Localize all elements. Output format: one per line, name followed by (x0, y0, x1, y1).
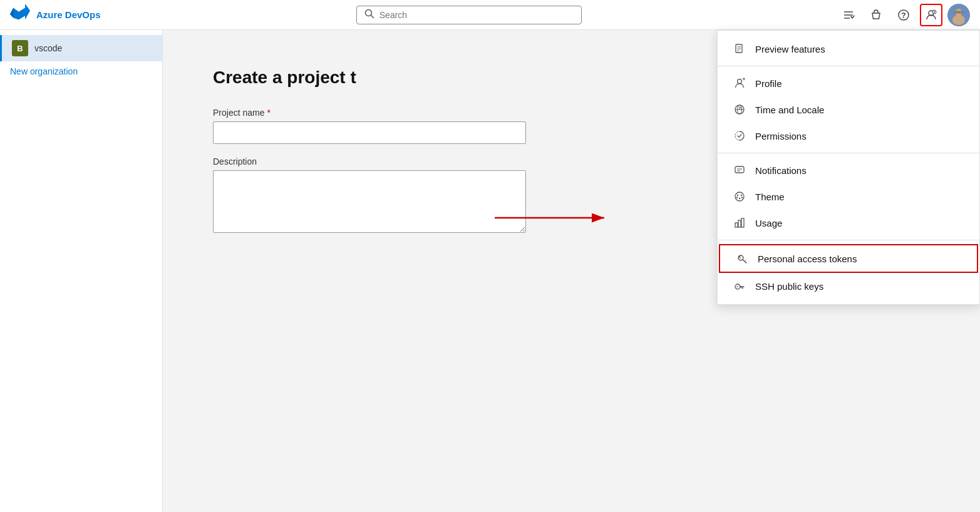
svg-rect-40 (741, 218, 744, 227)
svg-point-49 (737, 286, 738, 287)
svg-point-33 (737, 195, 738, 196)
svg-point-44 (739, 256, 740, 257)
dropdown-menu: Preview features Profile (717, 30, 980, 305)
svg-point-34 (741, 195, 742, 196)
dropdown-item-permissions[interactable]: Permissions (718, 123, 979, 149)
dropdown-item-time-locale[interactable]: Time and Locale (718, 96, 979, 123)
content-area: Create a project t Project name* Descrip… (163, 30, 980, 512)
svg-point-35 (739, 198, 740, 199)
dropdown-item-notifications[interactable]: Notifications (718, 157, 979, 183)
dropdown-item-theme-label: Theme (755, 192, 785, 202)
search-input[interactable] (379, 10, 574, 20)
shopping-bag-icon-button[interactable] (865, 4, 887, 26)
logo-icon (10, 4, 30, 26)
profile-icon (733, 76, 746, 90)
divider-1 (718, 66, 979, 66)
dropdown-item-usage-label: Usage (755, 218, 782, 228)
project-name-label: Project name* (213, 108, 526, 118)
search-box[interactable] (356, 6, 582, 24)
search-icon (364, 9, 374, 21)
dropdown-item-preview-features[interactable]: Preview features (718, 36, 979, 62)
help-icon-button[interactable]: ? (892, 4, 915, 26)
description-textarea[interactable] (213, 170, 526, 233)
description-label: Description (213, 156, 526, 166)
dropdown-item-time-locale-label: Time and Locale (755, 105, 824, 115)
divider-2 (718, 153, 979, 153)
bar-chart-icon (733, 216, 746, 230)
dropdown-item-permissions-label: Permissions (755, 131, 807, 141)
project-name-input[interactable] (213, 121, 526, 144)
tasks-icon-button[interactable] (837, 4, 860, 26)
dropdown-item-ssh-public-keys-label: SSH public keys (755, 281, 823, 292)
dropdown-item-profile[interactable]: Profile (718, 70, 979, 96)
required-star: * (267, 108, 270, 118)
svg-point-36 (736, 197, 738, 198)
svg-point-37 (741, 197, 743, 198)
avatar (947, 4, 970, 26)
svg-point-32 (735, 192, 744, 201)
main-layout: B vscode New organization Create a proje… (0, 30, 980, 512)
search-container (101, 6, 837, 24)
sidebar-item-vscode[interactable]: B vscode (0, 35, 162, 61)
header: Azure DevOps (0, 0, 980, 30)
sidebar-item-label: vscode (34, 43, 62, 53)
svg-line-43 (745, 260, 746, 262)
svg-rect-39 (738, 220, 741, 227)
dropdown-item-profile-label: Profile (755, 78, 782, 89)
svg-line-1 (371, 15, 373, 18)
dropdown-item-personal-access-tokens-label: Personal access tokens (758, 253, 857, 264)
logo: Azure DevOps (10, 4, 101, 26)
dropdown-item-ssh-public-keys[interactable]: SSH public keys (718, 273, 979, 299)
svg-rect-29 (735, 166, 744, 173)
dropdown-item-preview-features-label: Preview features (755, 44, 825, 54)
key-person-icon (735, 252, 749, 265)
document-icon (733, 42, 746, 56)
user-settings-button[interactable] (920, 4, 942, 26)
sidebar-new-org-link[interactable]: New organization (0, 61, 162, 81)
clock-globe-icon (733, 103, 746, 116)
chat-icon (733, 163, 746, 177)
divider-3 (718, 240, 979, 240)
avatar-button[interactable] (947, 4, 970, 26)
dropdown-item-personal-access-tokens[interactable]: Personal access tokens (719, 244, 978, 273)
permissions-icon (733, 129, 746, 143)
dropdown-item-notifications-label: Notifications (755, 165, 807, 176)
sidebar: B vscode New organization (0, 30, 163, 512)
logo-text: Azure DevOps (36, 9, 101, 20)
svg-rect-38 (735, 223, 738, 227)
svg-point-11 (952, 15, 965, 25)
header-actions: ? (837, 4, 970, 26)
dropdown-item-usage[interactable]: Usage (718, 210, 979, 236)
svg-point-21 (738, 79, 742, 84)
form-section: Project name* Description (213, 108, 526, 235)
palette-icon (733, 190, 746, 203)
dropdown-item-theme[interactable]: Theme (718, 183, 979, 210)
sidebar-avatar-b: B (12, 40, 28, 56)
svg-text:?: ? (901, 11, 905, 20)
ssh-key-icon (733, 279, 746, 293)
